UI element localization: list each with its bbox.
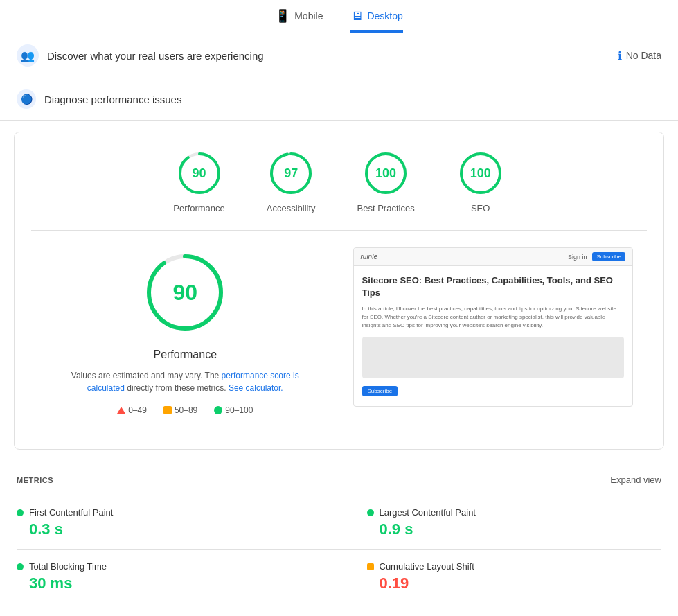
no-data-label: No Data — [626, 50, 661, 61]
metrics-grid: First Contentful Paint 0.3 s Largest Con… — [17, 496, 661, 616]
score-accessibility: 97 Accessibility — [267, 149, 316, 213]
metric-si: Speed Index 0.3 s — [17, 604, 339, 616]
desktop-icon: 🖥 — [350, 9, 363, 24]
lcp-dot — [367, 509, 374, 516]
cls-value: 0.19 — [367, 574, 634, 592]
tab-desktop-label: Desktop — [367, 10, 402, 21]
preview-signin-link: Sign in — [568, 254, 587, 261]
lcp-value: 0.9 s — [367, 520, 634, 538]
large-performance-score: 90 — [172, 280, 197, 306]
legend-high-range: 90–100 — [225, 405, 253, 415]
diagnose-section: 🔵 Diagnose performance issues — [0, 78, 678, 121]
tab-mobile-label: Mobile — [294, 10, 323, 21]
metric-tbt: Total Blocking Time 30 ms — [17, 550, 339, 604]
legend-mid-range: 50–89 — [175, 405, 197, 415]
large-performance-title: Performance — [153, 349, 217, 361]
metrics-title: METRICS — [17, 476, 53, 484]
preview-logo: ruinle — [361, 253, 377, 261]
metric-lcp: Largest Contentful Paint 0.9 s — [339, 496, 662, 550]
fcp-dot — [17, 509, 24, 516]
performance-description: Values are estimated and may vary. The p… — [53, 369, 316, 394]
expand-view-button[interactable]: Expand view — [610, 475, 661, 485]
preview-nav: Sign in Subscribe — [568, 252, 625, 261]
performance-circle: 90 — [175, 149, 224, 197]
accessibility-circle: 97 — [267, 149, 315, 197]
legend-high: 90–100 — [214, 405, 253, 415]
lcp-name: Largest Contentful Paint — [380, 507, 476, 518]
mobile-icon: 📱 — [275, 8, 290, 24]
best-practices-score: 100 — [375, 166, 396, 181]
tab-mobile[interactable]: 📱 Mobile — [275, 8, 323, 33]
metric-cls: Cumulative Layout Shift 0.19 — [339, 550, 662, 604]
legend-triangle-icon — [117, 407, 125, 414]
seo-label: SEO — [471, 203, 490, 213]
preview-body: Sitecore SEO: Best Practices, Capabiliti… — [354, 266, 633, 405]
legend-low-range: 0–49 — [128, 405, 147, 415]
tab-desktop[interactable]: 🖥 Desktop — [350, 9, 402, 33]
tbt-dot — [17, 563, 24, 570]
preview-header: ruinle Sign in Subscribe — [354, 248, 633, 266]
accessibility-label: Accessibility — [267, 203, 316, 213]
tbt-name: Total Blocking Time — [29, 561, 107, 572]
left-panel: 90 Performance Values are estimated and … — [45, 247, 325, 415]
metric-empty — [339, 604, 662, 616]
metric-fcp: First Contentful Paint 0.3 s — [17, 496, 339, 550]
real-users-icon: 👥 — [17, 44, 39, 67]
seo-score: 100 — [470, 166, 491, 181]
no-data-badge[interactable]: ℹ No Data — [618, 49, 661, 62]
right-panel: ruinle Sign in Subscribe Sitecore SEO: B… — [353, 247, 634, 415]
score-legend: 0–49 50–89 90–100 — [117, 405, 253, 415]
calculator-link[interactable]: See calculator. — [229, 383, 283, 393]
tbt-value: 30 ms — [17, 574, 311, 592]
preview-article-title: Sitecore SEO: Best Practices, Capabiliti… — [362, 274, 625, 299]
preview-article-text: In this article, I'll cover the best pra… — [362, 305, 625, 330]
desc-part2: directly from these metrics. — [127, 383, 229, 393]
preview-footer-subscribe[interactable]: Subscribe — [362, 386, 398, 396]
score-card: 90 Performance 97 Accessibility 100 — [14, 132, 664, 450]
fcp-value: 0.3 s — [17, 520, 311, 538]
best-practices-label: Best Practices — [357, 203, 415, 213]
score-performance: 90 Performance — [173, 149, 224, 213]
large-performance-circle: 90 — [140, 247, 230, 337]
preview-subscribe-btn[interactable]: Subscribe — [592, 252, 625, 261]
metrics-header: METRICS Expand view — [17, 475, 661, 485]
performance-score: 90 — [193, 166, 206, 181]
cls-name: Cumulative Layout Shift — [380, 561, 474, 572]
metric-cls-header: Cumulative Layout Shift — [367, 561, 634, 572]
metrics-section: METRICS Expand view First Contentful Pai… — [0, 461, 678, 616]
real-users-banner: 👥 Discover what your real users are expe… — [0, 33, 678, 78]
tab-bar: 📱 Mobile 🖥 Desktop — [0, 0, 678, 33]
score-best-practices: 100 Best Practices — [357, 149, 415, 213]
score-seo: 100 SEO — [456, 149, 505, 213]
metric-tbt-header: Total Blocking Time — [17, 561, 311, 572]
legend-low: 0–49 — [117, 405, 147, 415]
seo-circle: 100 — [456, 149, 505, 197]
scores-row: 90 Performance 97 Accessibility 100 — [31, 149, 647, 231]
diagnose-text: Diagnose performance issues — [44, 94, 181, 105]
metric-fcp-header: First Contentful Paint — [17, 507, 311, 518]
preview-image — [362, 337, 625, 378]
main-content: 90 Performance Values are estimated and … — [31, 231, 647, 432]
info-icon: ℹ — [618, 49, 622, 62]
real-users-text: Discover what your real users are experi… — [47, 50, 264, 62]
best-practices-circle: 100 — [362, 149, 410, 197]
accessibility-score: 97 — [284, 166, 298, 181]
metric-lcp-header: Largest Contentful Paint — [367, 507, 634, 518]
performance-label: Performance — [173, 203, 224, 213]
page-preview: ruinle Sign in Subscribe Sitecore SEO: B… — [353, 247, 634, 407]
cls-dot — [367, 563, 374, 570]
real-users-left: 👥 Discover what your real users are expe… — [17, 44, 264, 67]
legend-mid: 50–89 — [163, 405, 197, 415]
diagnose-icon: 🔵 — [17, 89, 36, 109]
legend-circle-icon — [214, 406, 222, 414]
fcp-name: First Contentful Paint — [29, 507, 113, 518]
desc-part1: Values are estimated and may vary. The — [71, 371, 222, 380]
legend-square-icon — [163, 406, 172, 414]
